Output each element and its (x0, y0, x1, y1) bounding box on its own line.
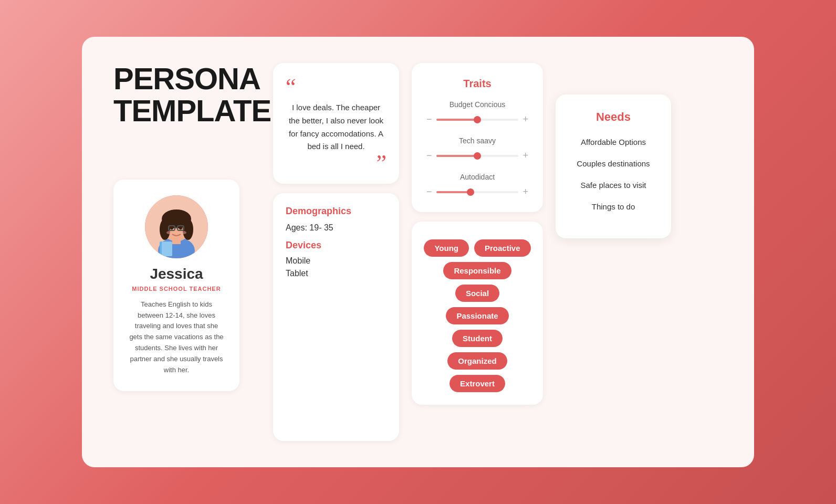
device-tablet: Tablet (286, 269, 386, 278)
trait-row-auto: Autodidact − + (426, 173, 528, 197)
quote-close-icon: ” (286, 158, 386, 169)
svg-point-12 (179, 226, 182, 229)
need-affordable: Affordable Options (570, 136, 656, 148)
slider-auto: − + (426, 186, 528, 197)
persona-card: Jessica MIDDLE SCHOOL TEACHER Teaches En… (113, 180, 239, 392)
slider-plus-tech[interactable]: + (522, 150, 528, 161)
center-column: “ I love deals. The cheaper the better, … (273, 63, 399, 441)
tag-young: Young (424, 239, 469, 257)
need-safe: Safe places to visit (570, 180, 656, 191)
avatar (145, 195, 208, 258)
slider-track-budget[interactable] (436, 119, 519, 121)
slider-plus-budget[interactable]: + (522, 114, 528, 125)
trait-label-tech: Tech saavy (426, 136, 528, 145)
tags-grid: Young Proactive Responsible Social Passi… (422, 234, 532, 392)
slider-track-tech[interactable] (436, 155, 519, 157)
tag-proactive: Proactive (474, 239, 531, 257)
svg-point-14 (181, 231, 186, 234)
devices-title: Devices (286, 240, 386, 251)
need-things: Things to do (570, 201, 656, 212)
tag-organized: Organized (447, 352, 507, 370)
needs-title: Needs (570, 110, 656, 124)
traits-tags-column: Traits Budget Concious − + Tech (412, 63, 543, 441)
persona-role: MIDDLE SCHOOL TEACHER (132, 286, 221, 292)
svg-rect-16 (162, 242, 172, 256)
tag-passionate: Passionate (446, 307, 508, 324)
top-row: PERSONA TEMPLATE (113, 63, 723, 441)
quote-card: “ I love deals. The cheaper the better, … (273, 63, 399, 184)
title-section: PERSONA TEMPLATE (113, 63, 260, 441)
svg-point-13 (166, 231, 172, 234)
persona-name: Jessica (150, 266, 203, 282)
quote-text: I love deals. The cheaper the better, I … (286, 101, 386, 153)
trait-row-budget: Budget Concious − + (426, 100, 528, 125)
demographics-card: Demographics Ages: 19- 35 Devices Mobile… (273, 193, 399, 441)
needs-wrapper: Needs Affordable Options Couples destina… (556, 94, 671, 238)
slider-track-auto[interactable] (436, 191, 519, 193)
persona-description: Teaches English to kids between 12-14, s… (128, 299, 225, 376)
trait-label-auto: Autodidact (426, 173, 528, 181)
main-card: PERSONA TEMPLATE (82, 37, 754, 467)
demographics-ages: Ages: 19- 35 (286, 223, 386, 233)
quote-open-icon: “ (286, 78, 386, 96)
demographics-title: Demographics (286, 206, 386, 217)
slider-budget: − + (426, 114, 528, 125)
traits-title: Traits (426, 78, 528, 90)
need-couples: Couples destinations (570, 158, 656, 169)
tag-responsible: Responsible (443, 262, 511, 279)
trait-row-tech: Tech saavy − + (426, 136, 528, 161)
svg-point-7 (163, 210, 190, 225)
needs-card: Needs Affordable Options Couples destina… (556, 94, 671, 238)
traits-card: Traits Budget Concious − + Tech (412, 63, 543, 212)
slider-tech: − + (426, 150, 528, 161)
page-title: PERSONA TEMPLATE (113, 63, 260, 127)
svg-point-11 (170, 226, 173, 229)
slider-minus-auto[interactable]: − (426, 186, 432, 197)
tag-social: Social (455, 285, 499, 302)
tag-student: Student (452, 330, 503, 347)
slider-minus-tech[interactable]: − (426, 150, 432, 161)
slider-plus-auto[interactable]: + (522, 186, 528, 197)
tag-extrovert: Extrovert (450, 375, 505, 392)
device-mobile: Mobile (286, 256, 386, 266)
trait-label-budget: Budget Concious (426, 100, 528, 109)
slider-minus-budget[interactable]: − (426, 114, 432, 125)
tags-card: Young Proactive Responsible Social Passi… (412, 222, 543, 405)
